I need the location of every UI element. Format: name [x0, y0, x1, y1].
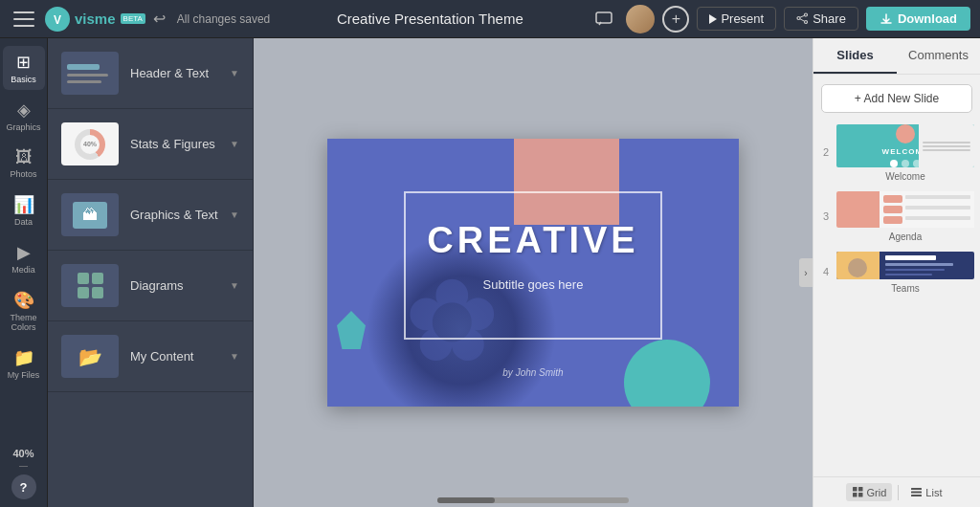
my-files-label: My Files [8, 370, 40, 380]
canvas-scrollbar-thumb [437, 497, 495, 503]
slide-preview-3[interactable] [835, 189, 976, 230]
slide-outline-rectangle [404, 191, 662, 340]
logo: V visme BETA [44, 6, 145, 33]
slide-label-3: Agenda [835, 231, 976, 242]
svg-line-6 [800, 15, 805, 17]
chat-button[interactable] [590, 5, 618, 33]
graphics-text-chevron: ▼ [230, 209, 239, 220]
panel-item-my-content[interactable]: 📂 My Content ▼ [48, 321, 253, 392]
header-text-chevron: ▼ [230, 68, 239, 78]
svg-rect-13 [911, 492, 922, 494]
theme-colors-label: Theme Colors [7, 313, 41, 332]
slide-4-visual [836, 252, 974, 279]
slide-2-wrapper: WELCOME [835, 122, 976, 182]
grid-view-button[interactable]: Grid [846, 483, 893, 501]
media-icon: ▶ [17, 242, 31, 263]
graphics-text-label: Graphics & Text [130, 208, 218, 222]
add-new-slide-button[interactable]: + Add New Slide [821, 84, 972, 113]
hamburger-icon [13, 11, 34, 27]
sidebar-item-data[interactable]: 📊 Data [3, 188, 45, 232]
svg-text:V: V [54, 13, 61, 27]
download-button[interactable]: Download [866, 7, 970, 31]
list-view-button[interactable]: List [904, 483, 947, 501]
user-avatar[interactable] [626, 5, 655, 33]
topbar-right: + Present Share Download [590, 5, 970, 33]
slide-preview-2[interactable]: WELCOME [835, 122, 976, 169]
canvas-area[interactable]: CREATIVE Subtitle goes here by John Smit… [254, 38, 813, 507]
panel-item-diagrams[interactable]: Diagrams ▼ [48, 251, 253, 321]
undo-button[interactable]: ↩ [151, 8, 167, 30]
add-collaborator-button[interactable]: + [662, 6, 689, 33]
tab-comments[interactable]: Comments [897, 38, 980, 74]
svg-rect-8 [853, 487, 858, 492]
panel-item-stats-figures[interactable]: 40% Stats & Figures ▼ [48, 109, 253, 180]
svg-rect-10 [853, 493, 858, 497]
diagrams-label: Diagrams [130, 278, 218, 293]
visme-logo-icon: V [44, 6, 71, 33]
download-label: Download [898, 11, 957, 26]
stats-percent: 40% [80, 135, 100, 154]
panel-item-header-text[interactable]: Header & Text ▼ [48, 38, 253, 109]
present-label: Present [721, 11, 764, 26]
slide-num-4: 4 [817, 266, 829, 277]
topbar-left: V visme BETA ↩ All changes saved [10, 5, 270, 33]
svg-rect-2 [596, 12, 612, 23]
right-panel-bottom: Grid List [813, 476, 980, 507]
sidebar-item-basics[interactable]: ⊞ Basics [3, 46, 45, 90]
left-sidebar: ⊞ Basics ◈ Graphics 🖼 Photos 📊 Data ▶ Me… [0, 38, 48, 507]
header-text-label: Header & Text [130, 66, 218, 80]
slide-thumb-item-4[interactable]: 4 [817, 250, 976, 294]
sidebar-item-my-files[interactable]: 📁 My Files [3, 342, 45, 386]
slide-2-right-panel [919, 124, 974, 167]
grid-label: Grid [867, 487, 887, 498]
slide-thumb-item-2[interactable]: 2 WELCOME [817, 122, 976, 182]
sidebar-item-photos[interactable]: 🖼 Photos [3, 142, 45, 185]
tab-slides[interactable]: Slides [813, 38, 897, 74]
chat-icon [595, 11, 612, 27]
stats-figures-label: Stats & Figures [130, 137, 218, 151]
share-label: Share [813, 11, 846, 26]
help-button[interactable]: ? [11, 474, 36, 499]
graphics-icon: ◈ [17, 99, 31, 121]
save-status: All changes saved [177, 12, 270, 26]
right-panel: › Slides Comments + Add New Slide 2 WELC… [813, 38, 980, 507]
svg-point-5 [797, 17, 800, 20]
header-text-thumbnail [61, 52, 119, 95]
list-icon [910, 486, 923, 498]
main-slide[interactable]: CREATIVE Subtitle goes here by John Smit… [327, 139, 739, 407]
svg-rect-12 [911, 488, 922, 490]
panel: Header & Text ▼ 40% Stats & Figures ▼ 🏔 [48, 38, 254, 507]
slide-2-visual: WELCOME [836, 124, 974, 167]
slide-thumb-item-3[interactable]: 3 Agenda [817, 189, 976, 242]
share-icon [796, 12, 809, 25]
diagrams-chevron: ▼ [230, 280, 239, 291]
hamburger-button[interactable] [10, 5, 38, 33]
svg-rect-11 [858, 493, 863, 497]
sidebar-item-graphics[interactable]: ◈ Graphics [3, 94, 45, 138]
panel-item-graphics-text[interactable]: 🏔 Graphics & Text ▼ [48, 180, 253, 251]
slides-list: 2 WELCOME [813, 122, 980, 476]
svg-rect-14 [911, 495, 922, 496]
sidebar-item-theme-colors[interactable]: 🎨 Theme Colors [3, 284, 45, 338]
right-panel-collapse-arrow[interactable]: › [799, 258, 813, 287]
main-area: ⊞ Basics ◈ Graphics 🖼 Photos 📊 Data ▶ Me… [0, 38, 980, 507]
present-button[interactable]: Present [697, 7, 776, 31]
my-files-icon: 📁 [13, 347, 34, 368]
slide-subtitle: Subtitle goes here [327, 277, 739, 292]
zoom-minus[interactable]: — [12, 461, 33, 471]
slide-label-4: Teams [835, 283, 976, 294]
svg-point-4 [805, 21, 808, 24]
svg-line-7 [800, 19, 805, 21]
sidebar-item-media[interactable]: ▶ Media [3, 236, 45, 280]
beta-badge: BETA [121, 13, 145, 24]
basics-label: Basics [11, 75, 36, 84]
graphics-label: Graphics [7, 122, 41, 132]
view-separator [898, 485, 899, 500]
data-label: Data [14, 217, 33, 227]
share-button[interactable]: Share [784, 7, 858, 31]
canvas-horizontal-scrollbar[interactable] [437, 497, 629, 503]
my-content-thumbnail: 📂 [61, 335, 119, 378]
play-icon [709, 14, 717, 24]
slide-preview-4[interactable] [835, 250, 976, 281]
slide-label-2: Welcome [835, 171, 976, 182]
